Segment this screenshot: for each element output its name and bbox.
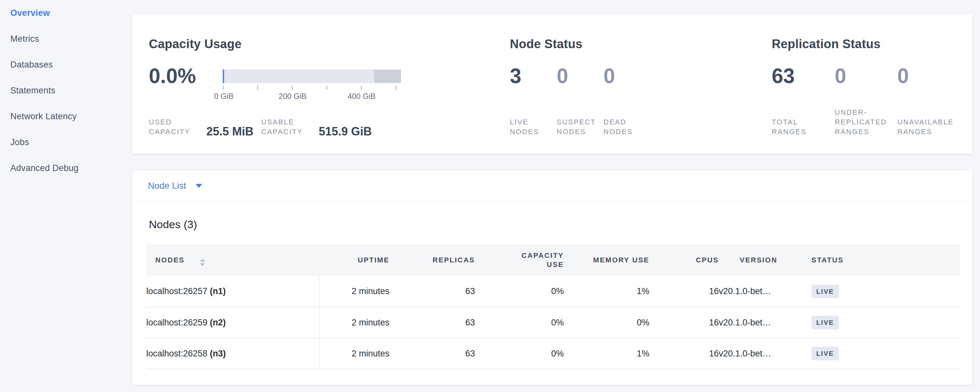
sidebar-item-databases[interactable]: Databases: [0, 52, 132, 78]
capacity-usage-section: Capacity Usage 0.0% 0 GiB 200 GiB 400 Gi…: [149, 14, 491, 153]
table-row-node-1[interactable]: localhost:26257 (n1) 2 minutes 63 0% 1% …: [146, 276, 960, 307]
axis-tick-label: 200 GiB: [278, 91, 307, 101]
memory-use-cell: 1%: [564, 276, 649, 307]
status-cell: LIVE: [811, 276, 960, 307]
live-nodes-label: LIVE NODES: [510, 117, 557, 137]
node-status-title: Node Status: [510, 37, 582, 51]
sidebar-item-network-latency[interactable]: Network Latency: [0, 104, 132, 129]
suspect-nodes-count: 0: [557, 64, 603, 88]
live-nodes-count: 3: [510, 64, 557, 88]
version-cell: v20.1.0-bet…: [719, 338, 811, 369]
uptime-cell: 2 minutes: [319, 276, 390, 307]
capacity-used-percent: 0.0%: [149, 64, 196, 88]
unavailable-ranges-label: UNAVAILABLE RANGES: [897, 117, 962, 137]
axis-tick: [257, 86, 258, 90]
table-row-node-3[interactable]: localhost:26258 (n3) 2 minutes 63 0% 1% …: [146, 338, 960, 369]
capacity-usage-title: Capacity Usage: [149, 37, 242, 51]
column-header-capacity-use[interactable]: CAPACITY USE: [475, 244, 564, 276]
column-header-status[interactable]: STATUS: [811, 244, 960, 276]
capacity-use-cell: 0%: [475, 338, 564, 369]
axis-tick: [223, 86, 223, 90]
dead-nodes-label: DEAD NODES: [603, 117, 650, 137]
used-capacity-stat: USED CAPACITY 25.5 MiB: [149, 117, 261, 137]
status-cell: LIVE: [811, 338, 960, 369]
suspect-nodes-label: SUSPECT NODES: [557, 117, 603, 137]
replicas-cell: 63: [390, 338, 475, 369]
cpus-cell: 16: [649, 276, 719, 307]
capacity-use-cell: 0%: [475, 307, 564, 338]
sidebar-item-advanced-debug[interactable]: Advanced Debug: [0, 155, 132, 181]
capacity-bar-used-segment: [223, 70, 224, 83]
sidebar-item-jobs[interactable]: Jobs: [0, 129, 132, 155]
column-header-version[interactable]: VERSION: [719, 244, 811, 276]
node-address-cell[interactable]: localhost:26258 (n3): [146, 338, 319, 369]
cpus-cell: 16: [649, 307, 719, 338]
chevron-down-icon: [196, 184, 202, 188]
total-ranges-count: 63: [772, 64, 835, 88]
node-list-dropdown-label: Node List: [148, 181, 186, 191]
memory-use-cell: 1%: [564, 338, 649, 369]
sidebar-item-statements[interactable]: Statements: [0, 78, 132, 104]
column-header-cpus[interactable]: CPUS: [649, 244, 719, 276]
column-header-nodes[interactable]: NODES: [146, 244, 319, 276]
node-address-cell[interactable]: localhost:26257 (n1): [146, 276, 319, 307]
capacity-stats: USED CAPACITY 25.5 MiB USABLE CAPACITY 5…: [149, 117, 379, 137]
usable-capacity-label: USABLE CAPACITY: [261, 117, 310, 137]
cluster-summary-card: Capacity Usage 0.0% 0 GiB 200 GiB 400 Gi…: [132, 14, 972, 154]
axis-tick: [361, 86, 362, 90]
column-header-uptime[interactable]: UPTIME: [319, 244, 390, 276]
version-cell: v20.1.0-bet…: [719, 307, 811, 338]
replication-status-section: Replication Status 63 0 0 TOTAL RANGES U…: [772, 14, 969, 153]
uptime-cell: 2 minutes: [319, 307, 390, 338]
cluster-overview-page: Overview Metrics Databases Statements Ne…: [0, 0, 980, 392]
cpus-cell: 16: [649, 338, 719, 369]
version-cell: v20.1.0-bet…: [719, 276, 811, 307]
replicas-cell: 63: [390, 276, 475, 307]
capacity-use-cell: 0%: [475, 276, 564, 307]
unavailable-ranges-count: 0: [897, 64, 962, 88]
dead-nodes-count: 0: [603, 64, 650, 88]
sort-icon[interactable]: [200, 259, 205, 266]
sidebar-item-overview[interactable]: Overview: [0, 0, 132, 26]
used-capacity-label: USED CAPACITY: [149, 117, 198, 137]
node-list-card: Node List Nodes (3) NODES UPTIME REPLI: [132, 170, 972, 385]
nodes-heading: Nodes (3): [149, 217, 972, 232]
capacity-bar-reserved-segment: [374, 70, 401, 83]
column-header-replicas[interactable]: REPLICAS: [390, 244, 475, 276]
usable-capacity-value: 515.9 GiB: [319, 125, 372, 138]
replication-values: 63 0 0: [772, 64, 962, 88]
node-list-dropdown[interactable]: Node List: [132, 170, 972, 202]
node-status-labels: LIVE NODES SUSPECT NODES DEAD NODES: [510, 117, 650, 137]
status-cell: LIVE: [811, 307, 960, 338]
nodes-table: NODES UPTIME REPLICAS CAPACITY USE MEMOR…: [146, 244, 960, 370]
under-replicated-ranges-count: 0: [835, 64, 897, 88]
status-badge: LIVE: [811, 347, 839, 360]
capacity-bar: [223, 70, 401, 83]
replication-status-title: Replication Status: [772, 37, 881, 51]
axis-tick-label: 0 GiB: [214, 91, 234, 101]
status-badge: LIVE: [811, 316, 839, 329]
node-address-cell[interactable]: localhost:26259 (n2): [146, 307, 319, 338]
sidebar-item-metrics[interactable]: Metrics: [0, 26, 132, 52]
replication-labels: TOTAL RANGES UNDER-REPLICATED RANGES UNA…: [772, 108, 962, 137]
axis-tick: [326, 86, 327, 90]
status-badge: LIVE: [811, 285, 839, 298]
axis-tick: [292, 86, 293, 90]
column-header-memory-use[interactable]: MEMORY USE: [564, 244, 649, 276]
axis-tick-label: 400 GiB: [348, 91, 376, 101]
under-replicated-ranges-label: UNDER-REPLICATED RANGES: [835, 108, 897, 137]
usable-capacity-stat: USABLE CAPACITY 515.9 GiB: [261, 117, 379, 137]
table-row-node-2[interactable]: localhost:26259 (n2) 2 minutes 63 0% 0% …: [146, 307, 960, 338]
uptime-cell: 2 minutes: [319, 338, 390, 369]
sidebar: Overview Metrics Databases Statements Ne…: [0, 0, 132, 392]
total-ranges-label: TOTAL RANGES: [772, 117, 835, 137]
used-capacity-value: 25.5 MiB: [206, 125, 253, 138]
node-status-section: Node Status 3 0 0 LIVE NODES SUSPECT NOD…: [510, 14, 736, 153]
memory-use-cell: 0%: [564, 307, 649, 338]
axis-tick: [396, 86, 396, 90]
replicas-cell: 63: [390, 307, 475, 338]
nodes-table-header-row: NODES UPTIME REPLICAS CAPACITY USE MEMOR…: [146, 244, 960, 276]
node-status-values: 3 0 0: [510, 64, 650, 88]
